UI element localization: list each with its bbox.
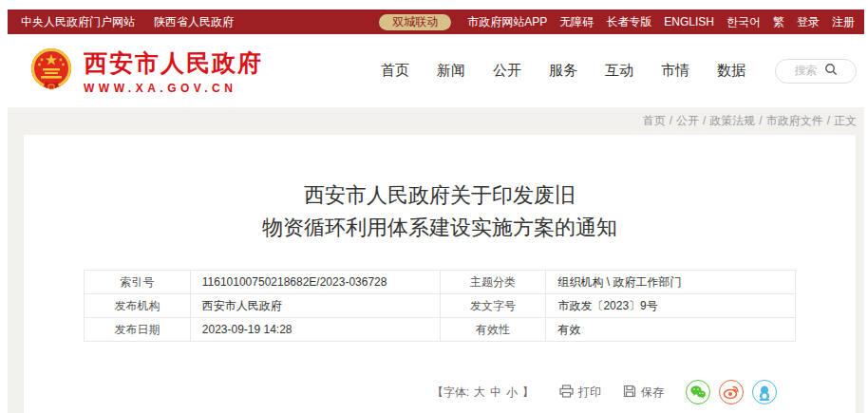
- nav-item-city-info[interactable]: 市情: [661, 62, 689, 80]
- breadcrumb-separator: /: [827, 114, 830, 127]
- nav-item-home[interactable]: 首页: [381, 62, 409, 80]
- national-emblem-icon: [28, 47, 74, 96]
- breadcrumb: 首页/公开/政策法规/市政府文件/正文: [643, 113, 857, 129]
- meta-value-index-number: 11610100750218682E/2023-036728: [190, 271, 440, 294]
- meta-value-publish-date: 2023-09-19 14:28: [190, 318, 440, 342]
- site-name: 西安市人民政府: [84, 47, 263, 79]
- meta-label-validity: 有效性: [440, 318, 546, 342]
- topbar-link-shaanxi-gov[interactable]: 陕西省人民政府: [154, 14, 234, 30]
- topbar-link-korean[interactable]: 한국어: [726, 14, 761, 30]
- topbar-link-gov-app[interactable]: 市政府网站APP: [467, 14, 547, 30]
- table-row: 发布日期 2023-09-19 14:28 有效性 有效: [85, 318, 796, 342]
- nav-item-data[interactable]: 数据: [717, 62, 745, 80]
- save-label: 保存: [641, 385, 664, 401]
- main-nav: 首页 新闻 公开 服务 互动 市情 数据 搜索: [381, 59, 857, 84]
- table-row: 发布机构 西安市人民政府 发文字号 市政发〔2023〕9号: [85, 294, 796, 318]
- topbar-link-english[interactable]: ENGLISH: [664, 15, 714, 28]
- topbar-link-accessibility[interactable]: 无障碍: [559, 14, 594, 30]
- site-url: WWW.XA.GOV.CN: [84, 82, 263, 95]
- meta-label-issuing-agency: 发布机构: [85, 294, 191, 318]
- nav-item-disclosure[interactable]: 公开: [493, 62, 521, 80]
- breadcrumb-separator: /: [703, 114, 706, 127]
- printer-icon: [559, 385, 574, 401]
- breadcrumb-policies[interactable]: 政策法规: [709, 114, 755, 127]
- meta-value-issuing-agency: 西安市人民政府: [190, 294, 440, 318]
- breadcrumb-separator: /: [670, 114, 672, 127]
- breadcrumb-disclosure[interactable]: 公开: [676, 114, 699, 127]
- breadcrumb-home[interactable]: 首页: [643, 114, 666, 127]
- document-title: 西安市人民政府关于印发废旧 物资循环利用体系建设实施方案的通知: [24, 179, 856, 244]
- page: 中央人民政府门户网站 陕西省人民政府 双城联动 市政府网站APP 无障碍 长者专…: [8, 9, 864, 413]
- print-button[interactable]: 打印: [559, 385, 601, 401]
- main-area: 西安市人民政府关于印发废旧 物资循环利用体系建设实施方案的通知 索引号 1161…: [8, 135, 864, 413]
- nav-item-services[interactable]: 服务: [549, 62, 577, 80]
- font-size-medium[interactable]: 中: [490, 385, 501, 401]
- nav-item-news[interactable]: 新闻: [437, 62, 465, 80]
- breadcrumb-gov-documents[interactable]: 市政府文件: [766, 114, 823, 127]
- topbar-link-central-gov[interactable]: 中央人民政府门户网站: [21, 14, 135, 30]
- qq-share-icon[interactable]: [752, 380, 777, 404]
- topbar-link-traditional[interactable]: 繁: [773, 14, 784, 30]
- document-title-line2: 物资循环利用体系建设实施方案的通知: [262, 216, 617, 239]
- meta-label-index-number: 索引号: [85, 271, 191, 294]
- meta-value-validity: 有效: [546, 318, 796, 342]
- dual-city-badge[interactable]: 双城联动: [379, 14, 451, 30]
- document-card: 西安市人民政府关于印发废旧 物资循环利用体系建设实施方案的通知 索引号 1161…: [24, 135, 856, 413]
- search-button[interactable]: 搜索: [775, 59, 857, 84]
- breadcrumb-band: 首页/公开/政策法规/市政府文件/正文: [8, 107, 864, 135]
- save-button[interactable]: 保存: [623, 385, 664, 401]
- breadcrumb-current: 正文: [834, 114, 857, 127]
- meta-label-topic-category: 主题分类: [440, 271, 546, 294]
- site-logo[interactable]: 西安市人民政府 WWW.XA.GOV.CN: [28, 47, 263, 96]
- font-size-prefix: 【字体:: [432, 385, 469, 401]
- font-size-control: 【字体: 大 中 小 】: [432, 385, 534, 401]
- font-size-large[interactable]: 大: [474, 385, 485, 401]
- meta-label-document-number: 发文字号: [440, 294, 546, 318]
- topbar: 中央人民政府门户网站 陕西省人民政府 双城联动 市政府网站APP 无障碍 长者专…: [8, 9, 864, 34]
- nav-item-interaction[interactable]: 互动: [605, 62, 633, 80]
- document-meta-table: 索引号 11610100750218682E/2023-036728 主题分类 …: [84, 270, 796, 342]
- topbar-link-register[interactable]: 注册: [832, 14, 855, 30]
- topbar-left-links: 中央人民政府门户网站 陕西省人民政府: [21, 14, 234, 30]
- logo-text: 西安市人民政府 WWW.XA.GOV.CN: [84, 47, 263, 95]
- weibo-share-icon[interactable]: [719, 380, 744, 404]
- font-size-suffix: 】: [522, 385, 534, 401]
- meta-value-topic-category: 组织机构 \ 政府工作部门: [546, 271, 796, 294]
- topbar-right-links: 双城联动 市政府网站APP 无障碍 长者专版 ENGLISH 한국어 繁 登录 …: [379, 14, 855, 30]
- font-size-small[interactable]: 小: [506, 385, 518, 401]
- wechat-share-icon[interactable]: [686, 380, 710, 404]
- site-header: 西安市人民政府 WWW.XA.GOV.CN 首页 新闻 公开 服务 互动 市情 …: [8, 34, 864, 107]
- breadcrumb-separator: /: [759, 114, 762, 127]
- topbar-link-senior-version[interactable]: 长者专版: [606, 14, 651, 30]
- print-label: 打印: [578, 385, 601, 401]
- meta-value-document-number: 市政发〔2023〕9号: [546, 294, 796, 318]
- search-icon: [824, 63, 838, 80]
- meta-label-publish-date: 发布日期: [85, 318, 191, 342]
- save-icon: [623, 385, 636, 401]
- search-label: 搜索: [795, 63, 818, 79]
- table-row: 索引号 11610100750218682E/2023-036728 主题分类 …: [85, 271, 796, 294]
- document-title-line1: 西安市人民政府关于印发废旧: [304, 183, 576, 207]
- topbar-link-login[interactable]: 登录: [797, 14, 820, 30]
- article-toolbar: 【字体: 大 中 小 】 打印: [84, 380, 796, 404]
